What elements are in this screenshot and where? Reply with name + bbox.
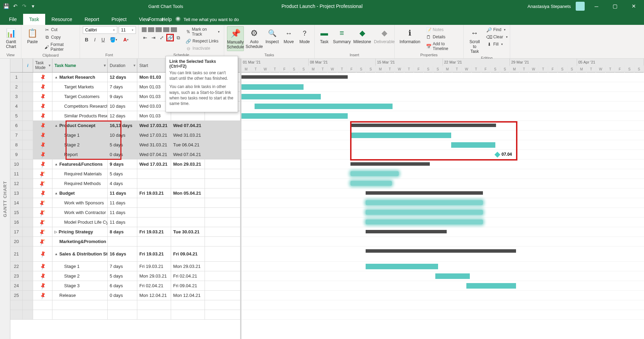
task-name-cell[interactable]: Release xyxy=(52,291,108,300)
table-row[interactable]: 10📌▲Features&Functions9 daysWed 17.03.21… xyxy=(10,159,240,169)
duration-cell[interactable]: 8 days xyxy=(108,227,137,236)
row-info[interactable] xyxy=(23,208,33,217)
tab-resource[interactable]: Resource xyxy=(45,14,78,25)
duration-cell[interactable]: 0 days xyxy=(108,150,137,159)
duration-cell[interactable]: 7 days xyxy=(108,82,137,91)
tab-report[interactable]: Report xyxy=(78,14,105,25)
row-mode[interactable]: 📌 xyxy=(33,179,52,188)
duration-cell[interactable]: 4 days xyxy=(108,179,137,188)
insert-summary-button[interactable]: ≡Summary xyxy=(333,26,350,46)
table-row[interactable]: 20📌Marketing&Promotion xyxy=(10,237,240,246)
col-task-name[interactable]: Task Name▾ xyxy=(52,59,108,72)
start-cell[interactable] xyxy=(137,208,171,217)
finish-cell[interactable] xyxy=(171,208,205,217)
row-info[interactable] xyxy=(23,262,33,271)
row-number[interactable]: 17 xyxy=(10,227,23,236)
finish-cell[interactable] xyxy=(171,179,205,188)
summary-bar[interactable] xyxy=(366,191,483,195)
row-mode[interactable] xyxy=(33,310,52,319)
insert-task-button[interactable]: ▬Task xyxy=(317,26,331,46)
avatar[interactable] xyxy=(576,2,585,11)
duration-cell[interactable] xyxy=(108,237,137,246)
finish-cell[interactable]: Wed 07.04.21 xyxy=(171,121,205,130)
restore-button[interactable]: ▢ xyxy=(608,0,622,12)
row-info[interactable] xyxy=(23,92,33,101)
row-number[interactable]: 24 xyxy=(10,281,23,290)
row-info[interactable] xyxy=(23,217,33,227)
manually-schedule-button[interactable]: 📌 Manually Schedule xyxy=(227,26,244,51)
start-cell[interactable] xyxy=(137,237,171,246)
underline-button[interactable]: U xyxy=(99,36,107,43)
row-mode[interactable]: 📌 xyxy=(33,121,52,130)
table-row[interactable]: 14📌Work with Sponsors11 days xyxy=(10,198,240,208)
finish-cell[interactable]: Mon 29.03.21 xyxy=(171,159,205,169)
undo-icon[interactable]: ↶ xyxy=(12,3,19,10)
start-cell[interactable]: Wed 31.03.21 xyxy=(137,140,171,149)
paste-button[interactable]: 📋 Paste xyxy=(24,26,41,46)
table-row[interactable]: 8📌Stage 25 daysWed 31.03.21Tue 06.04.21 xyxy=(10,140,240,150)
gantt-row[interactable] xyxy=(241,121,644,130)
start-cell[interactable] xyxy=(137,300,171,310)
italic-button[interactable]: I xyxy=(91,36,99,43)
gantt-row[interactable] xyxy=(241,262,644,271)
row-number[interactable]: 7 xyxy=(10,130,23,140)
table-row[interactable]: 12📌Required Methods4 days xyxy=(10,179,240,188)
gantt-row[interactable]: 07.04 xyxy=(241,150,644,159)
start-cell[interactable]: Wed 17.03.21 xyxy=(137,130,171,140)
duration-cell[interactable]: 5 days xyxy=(108,140,137,149)
task-name-cell[interactable]: Marketing&Promotion xyxy=(52,237,108,246)
start-cell[interactable] xyxy=(137,310,171,319)
task-bar[interactable] xyxy=(350,171,399,176)
split-button[interactable]: ⤢ xyxy=(158,34,166,41)
table-row[interactable] xyxy=(10,300,240,310)
table-row[interactable]: 7📌Stage 110 daysWed 17.03.21Wed 31.03.21 xyxy=(10,130,240,140)
task-name-cell[interactable]: ▲Sales & Distribution Strategy xyxy=(52,246,108,261)
save-icon[interactable]: 💾 xyxy=(3,3,10,10)
task-bar[interactable] xyxy=(241,84,304,90)
start-cell[interactable]: Fri 19.03.21 xyxy=(137,246,171,261)
row-info[interactable] xyxy=(23,310,33,319)
gantt-row[interactable] xyxy=(241,198,644,208)
finish-cell[interactable]: Fri 09.04.21 xyxy=(171,281,205,290)
row-mode[interactable]: 📌 xyxy=(33,281,52,290)
gantt-row[interactable] xyxy=(241,300,644,310)
indent-button[interactable]: ⇥ xyxy=(150,34,157,41)
task-bar[interactable] xyxy=(366,264,438,269)
duration-cell[interactable]: 12 days xyxy=(108,111,137,120)
duration-cell[interactable]: 9 days xyxy=(108,92,137,101)
task-name-cell[interactable]: ▲Market Research xyxy=(52,72,108,82)
inactivate-button[interactable]: ⊖Inactivate xyxy=(184,45,221,52)
row-number[interactable]: 4 xyxy=(10,101,23,111)
start-cell[interactable]: Wed 17.03.21 xyxy=(137,121,171,130)
sort-icon[interactable]: ▾ xyxy=(49,63,51,67)
row-info[interactable] xyxy=(23,300,33,310)
tab-task[interactable]: Task xyxy=(23,14,46,25)
gantt-row[interactable] xyxy=(241,130,644,140)
task-name-cell[interactable]: Report xyxy=(52,150,108,159)
start-cell[interactable] xyxy=(137,198,171,207)
row-number[interactable]: 16 xyxy=(10,217,23,227)
row-number[interactable]: 21 xyxy=(10,246,23,261)
start-cell[interactable]: Fri 19.03.21 xyxy=(137,262,171,271)
row-number[interactable]: 12 xyxy=(10,179,23,188)
row-number[interactable] xyxy=(10,310,23,319)
account-name[interactable]: Anastasiya Stepanets xyxy=(527,4,571,9)
finish-cell[interactable] xyxy=(171,310,205,319)
table-row[interactable]: 16📌Model Product Life Cy11 days xyxy=(10,217,240,227)
gantt-row[interactable] xyxy=(241,271,644,281)
add-timeline-button[interactable]: 📅Add to Timeline xyxy=(425,41,460,52)
row-mode[interactable]: 📌 xyxy=(33,130,52,140)
task-bar[interactable] xyxy=(351,133,451,138)
duration-cell[interactable]: 5 days xyxy=(108,169,137,178)
task-bar[interactable] xyxy=(350,181,392,186)
col-info[interactable]: i xyxy=(23,59,33,72)
duration-cell[interactable]: 7 days xyxy=(108,262,137,271)
row-info[interactable] xyxy=(23,159,33,169)
row-info[interactable] xyxy=(23,179,33,188)
details-button[interactable]: 🗒Details xyxy=(425,33,460,40)
font-color-button[interactable]: A▾ xyxy=(120,36,132,43)
gantt-row[interactable] xyxy=(241,92,644,101)
task-bar[interactable] xyxy=(366,210,483,215)
notes-button[interactable]: 📝Notes xyxy=(425,26,460,33)
row-mode[interactable] xyxy=(33,300,52,310)
